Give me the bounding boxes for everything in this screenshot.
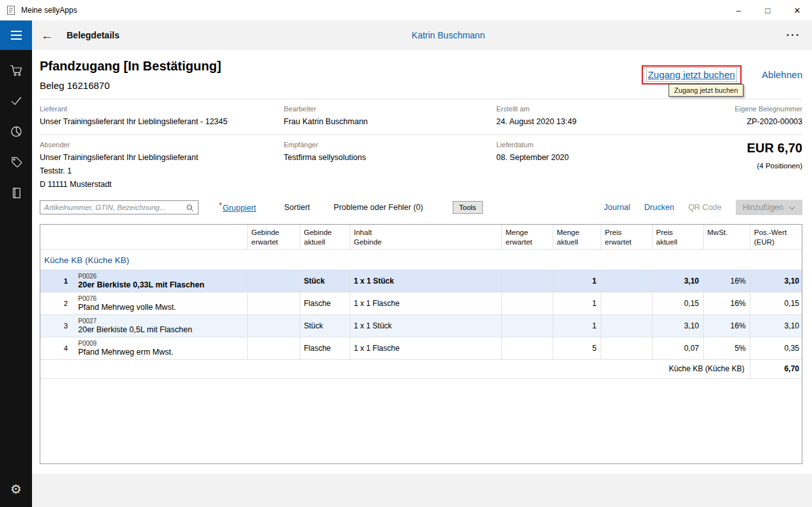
article-code: P0027 [78,318,243,325]
book-now-highlight-box: Zugang jetzt buchen Zugang jetzt buchen [642,65,742,84]
info-lieferant: Lieferant Unser Trainingslieferant Ihr L… [40,105,284,126]
group-total-label: Küche KB (Küche KB) [40,359,750,378]
sidebar-item-catalog[interactable] [0,179,32,209]
gear-icon: ⚙ [10,483,22,495]
col-menge-aktuell: Mengeaktuell [553,225,601,249]
info-bearbeiter: Bearbeiter Frau Katrin Buschmann [284,105,496,126]
info-absender: Absender Unser Trainingslieferant Ihr Li… [40,141,284,189]
total-positions-count: (4 Positionen) [747,162,802,170]
chevron-down-icon [789,203,795,212]
positions-toolbar: *Gruppiert Sortiert Probleme oder Fehler… [40,200,802,215]
book-now-tooltip: Zugang jetzt buchen [669,84,744,97]
app-header-bar: ← Belegdetails Katrin Buschmann ··· [32,20,812,50]
col-pos-wert: Pos.-Wert(EUR) [750,225,802,249]
article-code: P0009 [78,340,243,347]
table-row[interactable]: 3 P002720er Bierkiste 0,5L mit Flaschen … [40,314,802,337]
tools-button[interactable]: Tools [453,201,483,214]
app-icon [6,5,16,15]
maximize-button[interactable]: □ [753,0,783,20]
sidebar-bottom: ⚙ [0,474,32,507]
back-button[interactable]: ← [41,29,53,42]
article-name: Pfand Mehrweg volle Mwst. [78,303,243,312]
col-num [40,225,74,249]
search-input[interactable] [44,204,186,211]
col-gebinde-aktuell: Gebindeaktuell [300,225,350,249]
add-button[interactable]: Hinzufügen [736,200,802,215]
window-controls: – □ ✕ [724,0,812,20]
reject-link[interactable]: Ablehnen [762,69,802,80]
current-user-link[interactable]: Katrin Buschmann [412,30,485,40]
titlebar: Meine sellyApps – □ ✕ [0,0,812,20]
document-total: EUR 6,70 (4 Positionen) [747,141,802,189]
sidebar-items [0,50,32,209]
table-row[interactable]: 4 P0009Pfand Mehrweg erm Mwst. Flasche 1… [40,337,802,359]
app-window: Meine sellyApps – □ ✕ [0,0,812,507]
article-code: P0076 [78,295,243,302]
problems-link[interactable]: Probleme oder Fehler (0) [334,203,423,212]
hamburger-icon [11,31,22,32]
article-name: 20er Bierkiste 0,33L mit Flaschen [78,280,243,289]
info-empfaenger: Empfänger Testfirma sellysolutions [284,141,496,189]
document-number: Beleg 16216870 [40,80,221,91]
hamburger-menu-button[interactable] [0,20,32,50]
article-code: P0026 [78,273,243,280]
info-row-1: Lieferant Unser Trainingslieferant Ihr L… [40,99,802,134]
info-lieferdatum: Lieferdatum 08. September 2020 [496,141,747,189]
document-actions: Zugang jetzt buchen Zugang jetzt buchen … [642,59,802,91]
search-box [40,200,199,214]
table-row[interactable]: 2 P0076Pfand Mehrweg volle Mwst. Flasche… [40,292,802,314]
print-link[interactable]: Drucken [644,203,674,212]
table-row[interactable]: 1 P002620er Bierkiste 0,33L mit Flaschen… [40,270,802,292]
bottom-strip [32,474,812,507]
catalog-icon [10,186,23,202]
grouped-toggle[interactable]: *Gruppiert [219,202,256,213]
toolbar-right: Journal Drucken QR Code Hinzufügen [604,200,802,215]
col-mwst: MwSt. [703,225,750,249]
info-eigene-belegnummer: Eigene Belegnummer ZP-2020-00003 [735,105,802,126]
checkmark-icon [10,94,23,110]
qr-code-link[interactable]: QR Code [688,203,722,212]
sidebar-item-cart[interactable] [0,56,32,86]
total-amount: EUR 6,70 [747,141,802,156]
sorted-toggle[interactable]: Sortiert [284,203,310,212]
col-preis-erwartet: Preiserwartet [601,225,652,249]
sidebar: ⚙ [0,20,32,507]
col-article [74,225,247,249]
col-gebinde-erwartet: Gebindeerwartet [247,225,300,249]
table-header-row: Gebindeerwartet Gebindeaktuell InhaltGeb… [40,225,802,249]
sidebar-item-prices[interactable] [0,148,32,179]
book-now-link[interactable]: Zugang jetzt buchen [648,69,735,80]
journal-link[interactable]: Journal [604,203,630,212]
info-erstellt-am: Erstellt am 24. August 2020 13:49 [496,105,735,126]
col-preis-aktuell: Preisaktuell [652,225,703,249]
window-title: Meine sellyApps [21,6,77,15]
article-name: 20er Bierkiste 0,5L mit Flaschen [78,325,243,334]
col-inhalt-gebinde: InhaltGebinde [350,225,501,249]
close-button[interactable]: ✕ [783,0,812,20]
search-icon[interactable] [186,204,194,212]
tag-icon [10,156,23,172]
group-header-row: Küche KB (Küche KB) [40,249,802,270]
sidebar-item-tasks[interactable] [0,86,32,117]
group-header: Küche KB (Küche KB) [40,249,802,270]
page-title: Belegdetails [67,30,119,40]
settings-button[interactable]: ⚙ [0,474,32,504]
more-options-button[interactable]: ··· [786,29,800,41]
group-total-row: Küche KB (Küche KB) 6,70 [40,359,802,378]
titlebar-left: Meine sellyApps [0,0,77,20]
grouped-marker: * [219,201,222,210]
content-column: ← Belegdetails Katrin Buschmann ··· Pfan… [32,20,812,507]
main-area: Pfandzugang [In Bestätigung] Beleg 16216… [32,50,812,474]
document-title: Pfandzugang [In Bestätigung] [40,59,221,74]
window-body: ⚙ ← Belegdetails Katrin Buschmann ··· Pf… [0,20,812,507]
group-total-value: 6,70 [750,359,802,378]
pie-chart-icon [10,125,23,141]
article-name: Pfand Mehrweg erm Mwst. [78,348,243,357]
positions-table: Gebindeerwartet Gebindeaktuell InhaltGeb… [40,224,802,464]
cart-icon [10,63,23,79]
info-row-2: Absender Unser Trainingslieferant Ihr Li… [40,135,802,197]
document-header-left: Pfandzugang [In Bestätigung] Beleg 16216… [40,59,221,91]
sidebar-item-reports[interactable] [0,117,32,148]
col-menge-erwartet: Mengeerwartet [501,225,553,249]
minimize-button[interactable]: – [724,0,753,20]
